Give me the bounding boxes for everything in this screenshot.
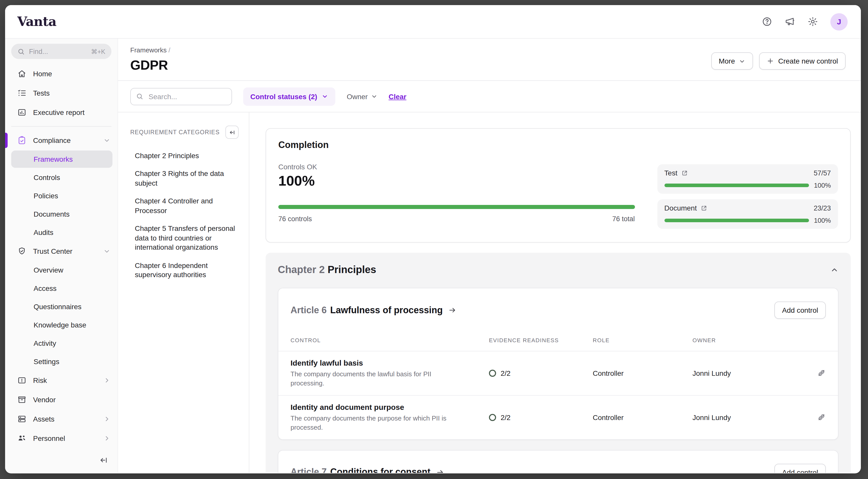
- chevron-down-icon: [739, 58, 746, 64]
- sidebar-item-questionnaires[interactable]: Questionnaires: [5, 297, 118, 316]
- sidebar-item-policies[interactable]: Policies: [5, 187, 118, 205]
- article-6-link[interactable]: Article 6 Lawfulness of processing: [290, 305, 456, 316]
- sidebar-item-home[interactable]: Home: [5, 64, 118, 84]
- sidebar-item-knowledge-base[interactable]: Knowledge base: [5, 316, 118, 334]
- article-6-card: Article 6 Lawfulness of processing Add c…: [278, 288, 838, 440]
- test-link[interactable]: Test: [664, 169, 688, 177]
- controls-table-header: CONTROL EVIDENCE READINESS ROLE OWNER: [278, 329, 838, 351]
- control-statuses-filter[interactable]: Control statuses (2): [243, 87, 336, 105]
- column-role: ROLE: [593, 337, 692, 343]
- settings-gear-icon[interactable]: [807, 16, 818, 27]
- arrow-right-icon: [436, 468, 444, 473]
- create-new-control-button[interactable]: Create new control: [760, 52, 846, 70]
- sidebar-item-access[interactable]: Access: [5, 279, 118, 297]
- breadcrumb: Frameworks /: [130, 46, 170, 54]
- personnel-people-icon: [17, 434, 27, 443]
- sidebar-item-risk[interactable]: Risk: [5, 371, 118, 390]
- sidebar-item-compliance[interactable]: Compliance: [5, 131, 118, 150]
- sidebar-item-personnel[interactable]: Personnel: [5, 429, 118, 448]
- category-item[interactable]: Chapter 2 Principles: [130, 151, 239, 160]
- controls-total: 76 total: [612, 215, 635, 223]
- filter-bar: Control statuses (2) Owner Clear: [118, 81, 861, 113]
- sidebar-item-assets[interactable]: Assets: [5, 409, 118, 429]
- sidebar-item-settings[interactable]: Settings: [5, 352, 118, 371]
- categories-header: REQUIREMENT CATEGORIES: [130, 129, 220, 135]
- sidebar-item-tests[interactable]: Tests: [5, 84, 118, 103]
- find-input[interactable]: Find... ⌘+K: [11, 44, 112, 59]
- vendor-archive-icon: [17, 395, 27, 404]
- chevron-up-icon[interactable]: [830, 266, 838, 274]
- test-progress-bar: [664, 184, 809, 187]
- owner-filter[interactable]: Owner: [347, 92, 377, 100]
- control-description: The company documents the lawful basis f…: [290, 370, 453, 388]
- topbar-actions: J: [762, 13, 848, 30]
- sidebar-item-trust-center[interactable]: Trust Center: [5, 242, 118, 261]
- test-progress-card: Test 57/57 100%: [657, 164, 838, 194]
- sidebar: Find... ⌘+K Home Tests Executive report: [5, 39, 118, 473]
- sidebar-item-vendor[interactable]: Vendor: [5, 390, 118, 409]
- sidebar-divider: [11, 126, 112, 127]
- evidence-ring-icon: [489, 370, 496, 377]
- unlink-icon[interactable]: [817, 369, 826, 378]
- active-section-indicator: [5, 133, 8, 148]
- control-description: The company documents the purpose for wh…: [290, 414, 453, 432]
- chapter-title: Chapter 2 Principles: [278, 264, 376, 276]
- page-header: Frameworks / GDPR More Create new contro…: [118, 39, 861, 81]
- sidebar-item-documents[interactable]: Documents: [5, 205, 118, 223]
- sidebar-item-activity[interactable]: Activity: [5, 334, 118, 352]
- collapse-panel-button[interactable]: [225, 126, 239, 139]
- document-link[interactable]: Document: [664, 204, 708, 212]
- main-content: Frameworks / GDPR More Create new contro…: [118, 39, 861, 473]
- evidence-count: 2/2: [501, 413, 510, 421]
- breadcrumb-frameworks[interactable]: Frameworks: [130, 46, 167, 54]
- article-7-link[interactable]: Article 7 Conditions for consent: [290, 467, 444, 473]
- completion-progress-bar: [278, 205, 635, 209]
- tests-checklist-icon: [17, 89, 27, 98]
- search-input-wrapper: [130, 88, 232, 105]
- column-owner: OWNER: [692, 337, 805, 343]
- top-bar: Vanta J: [5, 5, 861, 39]
- controls-ok-label: Controls OK: [278, 163, 635, 171]
- chevron-down-icon: [103, 137, 111, 144]
- document-progress-card: Document 23/23 100%: [657, 199, 838, 229]
- completion-percent: 100%: [278, 173, 635, 189]
- control-row[interactable]: Identity and document purpose The compan…: [278, 395, 838, 439]
- controls-count: 76 controls: [278, 215, 312, 223]
- shield-check-icon: [17, 247, 27, 256]
- sidebar-item-frameworks[interactable]: Frameworks: [11, 151, 113, 168]
- report-chart-icon: [17, 108, 27, 117]
- add-control-button[interactable]: Add control: [774, 464, 826, 473]
- clear-filters-link[interactable]: Clear: [389, 92, 406, 100]
- sidebar-item-controls[interactable]: Controls: [5, 168, 118, 187]
- category-item[interactable]: Chapter 5 Transfers of personal data to …: [130, 224, 239, 252]
- desktop-frame: Vanta J Find... ⌘+K: [0, 0, 868, 479]
- sidebar-item-audits[interactable]: Audits: [5, 223, 118, 242]
- category-item[interactable]: Chapter 6 Independent supervisory author…: [130, 261, 239, 280]
- document-progress-bar: [664, 219, 809, 222]
- unlink-icon[interactable]: [817, 413, 826, 422]
- home-icon: [17, 69, 27, 78]
- column-control: CONTROL: [290, 337, 489, 343]
- document-count: 23/23: [813, 204, 831, 212]
- control-row[interactable]: Identify lawful basis The company docume…: [278, 351, 838, 395]
- search-input[interactable]: [148, 92, 226, 101]
- sidebar-item-overview[interactable]: Overview: [5, 261, 118, 279]
- control-role: Controller: [593, 413, 692, 421]
- collapse-sidebar-icon[interactable]: [99, 456, 108, 465]
- assets-server-icon: [17, 414, 27, 423]
- more-button[interactable]: More: [711, 52, 753, 70]
- chevron-right-icon: [103, 415, 111, 422]
- evidence-count: 2/2: [501, 369, 510, 377]
- category-item[interactable]: Chapter 3 Rights of the data subject: [130, 169, 239, 188]
- completion-card: Completion Controls OK 100% 76 controls …: [266, 128, 851, 243]
- vanta-logo: Vanta: [17, 14, 56, 29]
- announcements-icon[interactable]: [784, 16, 795, 27]
- category-item[interactable]: Chapter 4 Controller and Processor: [130, 196, 239, 215]
- control-owner: Jonni Lundy: [692, 369, 805, 377]
- sidebar-item-executive-report[interactable]: Executive report: [5, 103, 118, 122]
- help-icon[interactable]: [762, 16, 772, 27]
- requirement-categories-panel: REQUIREMENT CATEGORIES Chapter 2 Princip…: [118, 113, 249, 473]
- compliance-clipboard-icon: [17, 136, 27, 145]
- add-control-button[interactable]: Add control: [774, 301, 826, 319]
- user-avatar[interactable]: J: [830, 13, 848, 30]
